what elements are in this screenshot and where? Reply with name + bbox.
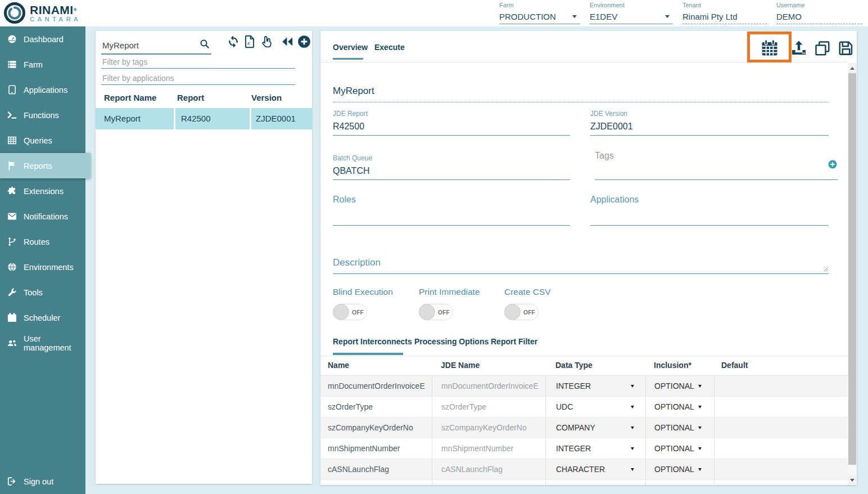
vertical-scrollbar[interactable] <box>848 63 857 485</box>
table-column-header: Inclusion* <box>654 361 691 370</box>
jde-version-input[interactable]: ZJDE0001 <box>590 122 829 136</box>
sign-out-icon <box>7 476 17 487</box>
app-logo[interactable]: RINAMI® CANTARA <box>3 2 81 24</box>
table-row: cASNLaunchFlagcASNLaunchFlagCHARACTEROPT… <box>320 459 848 480</box>
sidebar-item-applications[interactable]: Applications <box>0 77 85 102</box>
copy-button[interactable] <box>814 40 831 57</box>
add-button[interactable] <box>297 34 311 49</box>
sidebar-item-label: Extensions <box>24 187 64 196</box>
inclusion-select[interactable]: OPTIONAL <box>645 417 714 438</box>
report-name-field[interactable]: MyReport <box>333 80 829 102</box>
report-search-input[interactable] <box>101 40 193 51</box>
user-management-icon <box>7 338 17 348</box>
sidebar-item-label: Applications <box>24 86 67 95</box>
environment-value[interactable]: E1DEV <box>590 10 673 24</box>
sidebar-item-tools[interactable]: Tools <box>0 280 85 305</box>
toggle-knob <box>333 304 349 320</box>
header-field-environment: EnvironmentE1DEV <box>590 2 673 24</box>
sidebar-item-sign-out[interactable]: Sign out <box>0 469 85 494</box>
dropdown-caret-icon <box>572 15 577 18</box>
default-cell[interactable] <box>714 459 848 479</box>
toggle-print-immediate[interactable]: OFF <box>419 304 453 320</box>
app-window: RINAMI® CANTARA FarmPRODUCTIONEnvironmen… <box>0 0 868 494</box>
dropdown-caret-icon <box>665 15 670 18</box>
scroll-up-button[interactable] <box>848 63 857 73</box>
applications-field[interactable]: Applications <box>590 195 829 226</box>
toggle-create-csv[interactable]: OFF <box>504 304 539 320</box>
default-cell[interactable] <box>714 438 848 459</box>
sidebar-item-scheduler[interactable]: Scheduler <box>0 305 85 330</box>
table-column-header: Name <box>328 361 349 370</box>
data-type-select[interactable]: STRING <box>545 480 645 485</box>
sidebar-item-extensions[interactable]: Extensions <box>0 178 85 204</box>
filter-applications-input[interactable] <box>101 73 289 83</box>
default-cell[interactable] <box>714 417 848 438</box>
default-cell[interactable] <box>714 397 848 417</box>
list-cell: MyReport <box>96 108 174 129</box>
subtab-processing-options[interactable]: Processing Options <box>414 337 489 346</box>
list-column-header: Version <box>251 93 282 102</box>
sidebar-item-functions[interactable]: Functions <box>0 102 85 128</box>
sidebar-item-notifications[interactable]: Notifications <box>0 204 85 229</box>
description-field[interactable]: Description <box>333 257 829 274</box>
field-label: Environment <box>590 2 673 8</box>
dropdown-caret-icon <box>631 447 634 450</box>
inclusion-select[interactable]: OPTIONAL <box>645 459 714 479</box>
field-label: Tenant <box>682 2 767 8</box>
resize-handle-icon[interactable] <box>824 267 829 272</box>
default-cell[interactable] <box>714 376 848 396</box>
default-cell[interactable] <box>714 480 848 485</box>
sidebar-item-environments[interactable]: Environments <box>0 254 85 280</box>
export-excel-button[interactable] <box>242 34 257 49</box>
report-search-field <box>101 33 211 55</box>
inclusion-select[interactable]: OPTIONAL <box>645 438 714 459</box>
scrollbar-thumb[interactable] <box>848 73 856 465</box>
upload-button[interactable] <box>790 39 808 57</box>
subtab-report-interconnects[interactable]: Report Interconnects <box>333 337 412 346</box>
inclusion-select[interactable]: OPTIONAL <box>645 376 714 396</box>
dropdown-caret-icon <box>631 426 634 429</box>
sidebar-item-user-management[interactable]: User management <box>0 330 85 356</box>
refresh-button[interactable] <box>226 34 241 49</box>
scroll-down-button[interactable] <box>848 475 857 485</box>
tab-execute[interactable]: Execute <box>374 43 405 52</box>
tags-field[interactable]: Tags <box>595 151 838 180</box>
farm-value[interactable]: PRODUCTION <box>499 10 580 24</box>
jde-report-input[interactable]: R42500 <box>333 122 570 136</box>
header-field-username: UsernameDEMO <box>776 2 862 24</box>
sidebar-item-dashboard[interactable]: Dashboard <box>0 26 85 52</box>
roles-field[interactable]: Roles <box>333 195 570 226</box>
inclusion-select[interactable]: OPTIONAL <box>645 480 714 485</box>
copy-icon <box>814 40 831 57</box>
toggle-blind-execution[interactable]: OFF <box>333 304 367 320</box>
toggle-state: OFF <box>352 309 364 316</box>
queries-icon <box>7 135 17 146</box>
schedule-calendar-button[interactable] <box>760 38 779 57</box>
hand-pointer-button[interactable] <box>259 34 273 49</box>
list-cell: R42500 <box>175 108 250 129</box>
toggle-label: Create CSV <box>504 287 551 297</box>
sidebar-item-label: Environments <box>24 263 74 272</box>
field-label: Farm <box>499 2 580 8</box>
subtab-report-filter[interactable]: Report Filter <box>491 337 537 346</box>
add-tag-icon[interactable] <box>828 159 838 169</box>
batch-queue-input[interactable]: QBATCH <box>333 166 570 180</box>
report-detail-panel: OverviewExecute MyReport JDE Report R425… <box>320 31 857 485</box>
sidebar-item-queries[interactable]: Queries <box>0 128 85 153</box>
tab-overview[interactable]: Overview <box>333 43 368 52</box>
jde-name-cell: szOrderType <box>432 397 545 417</box>
sidebar-item-farm[interactable]: Farm <box>0 52 85 77</box>
inclusion-select[interactable]: OPTIONAL <box>645 397 714 417</box>
filter-tags-input[interactable] <box>101 57 289 67</box>
registered-mark: ® <box>74 7 77 12</box>
collapse-button[interactable] <box>280 34 295 49</box>
arrow-up-icon <box>850 67 855 70</box>
sidebar-item-label: User management <box>24 334 85 352</box>
save-button[interactable] <box>838 40 855 57</box>
toggle-label: Print Immediate <box>419 287 480 297</box>
table-row: mnShipmentNumbermnShipmentNumberINTEGERO… <box>320 438 848 459</box>
sidebar-item-reports[interactable]: Reports <box>0 153 91 178</box>
table-row[interactable]: MyReportR42500ZJDE0001 <box>96 108 312 129</box>
interconnects-table: NameJDE NameData TypeInclusion*Default m… <box>320 356 848 485</box>
sidebar-item-routes[interactable]: Routes <box>0 229 85 254</box>
